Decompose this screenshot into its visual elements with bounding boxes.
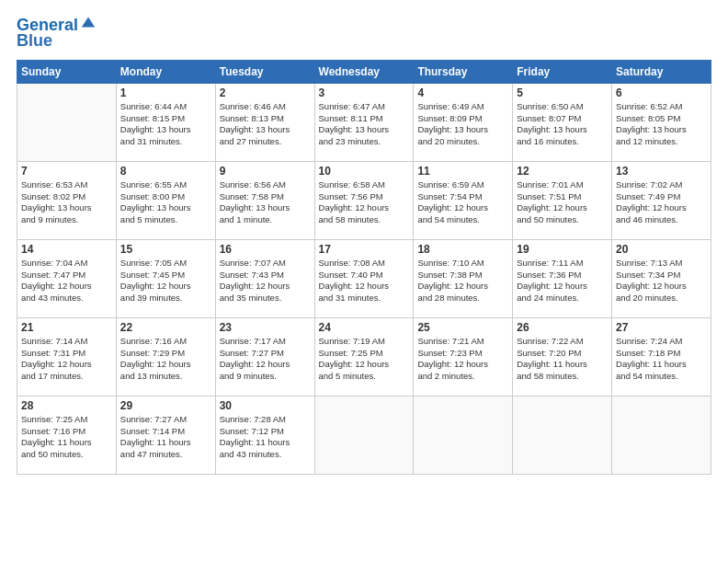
day-info: Sunrise: 7:22 AMSunset: 7:20 PMDaylight:… — [517, 336, 608, 383]
day-number: 18 — [417, 243, 508, 256]
day-number: 4 — [417, 86, 508, 99]
day-number: 9 — [220, 165, 311, 178]
day-info: Sunrise: 7:05 AMSunset: 7:45 PMDaylight:… — [120, 258, 211, 304]
calendar-cell: 14Sunrise: 7:04 AMSunset: 7:47 PMDayligh… — [17, 239, 117, 317]
day-number: 6 — [616, 86, 707, 99]
calendar-cell: 28Sunrise: 7:25 AMSunset: 7:16 PMDayligh… — [17, 396, 117, 474]
calendar-cell: 15Sunrise: 7:05 AMSunset: 7:45 PMDayligh… — [116, 239, 215, 317]
calendar-cell: 30Sunrise: 7:28 AMSunset: 7:12 PMDayligh… — [215, 396, 314, 474]
day-number: 17 — [319, 243, 410, 256]
day-number: 30 — [220, 399, 311, 412]
calendar-cell: 6Sunrise: 6:52 AMSunset: 8:05 PMDaylight… — [612, 83, 711, 161]
logo-icon — [80, 14, 97, 30]
calendar-cell: 4Sunrise: 6:49 AMSunset: 8:09 PMDaylight… — [414, 83, 513, 161]
calendar-week-row: 21Sunrise: 7:14 AMSunset: 7:31 PMDayligh… — [17, 317, 711, 396]
calendar: SundayMondayTuesdayWednesdayThursdayFrid… — [17, 60, 711, 475]
calendar-cell: 27Sunrise: 7:24 AMSunset: 7:18 PMDayligh… — [612, 317, 711, 396]
calendar-cell: 23Sunrise: 7:17 AMSunset: 7:27 PMDayligh… — [215, 317, 314, 396]
day-info: Sunrise: 7:10 AMSunset: 7:38 PMDaylight:… — [417, 258, 508, 304]
weekday-header: Saturday — [612, 60, 711, 83]
day-number: 15 — [120, 243, 211, 256]
calendar-cell: 9Sunrise: 6:56 AMSunset: 7:58 PMDaylight… — [215, 161, 314, 239]
calendar-cell: 20Sunrise: 7:13 AMSunset: 7:34 PMDayligh… — [612, 239, 711, 317]
day-info: Sunrise: 7:01 AMSunset: 7:51 PMDaylight:… — [517, 179, 608, 226]
day-info: Sunrise: 7:25 AMSunset: 7:16 PMDaylight:… — [21, 414, 112, 461]
calendar-cell — [612, 396, 711, 474]
day-info: Sunrise: 6:49 AMSunset: 8:09 PMDaylight:… — [417, 101, 508, 148]
calendar-week-row: 28Sunrise: 7:25 AMSunset: 7:16 PMDayligh… — [17, 396, 711, 474]
day-info: Sunrise: 7:17 AMSunset: 7:27 PMDaylight:… — [220, 336, 311, 383]
day-number: 12 — [517, 165, 608, 178]
weekday-header: Friday — [513, 60, 612, 83]
day-info: Sunrise: 7:02 AMSunset: 7:49 PMDaylight:… — [616, 179, 707, 226]
logo: General Blue — [17, 17, 97, 51]
calendar-week-row: 1Sunrise: 6:44 AMSunset: 8:15 PMDaylight… — [17, 83, 711, 161]
weekday-header: Wednesday — [314, 60, 414, 83]
day-info: Sunrise: 7:28 AMSunset: 7:12 PMDaylight:… — [220, 414, 311, 461]
day-number: 24 — [319, 321, 410, 334]
svg-marker-0 — [82, 17, 95, 27]
day-info: Sunrise: 7:21 AMSunset: 7:23 PMDaylight:… — [417, 336, 508, 383]
day-number: 1 — [120, 86, 211, 99]
day-info: Sunrise: 6:58 AMSunset: 7:56 PMDaylight:… — [319, 179, 410, 226]
day-info: Sunrise: 6:52 AMSunset: 8:05 PMDaylight:… — [616, 101, 707, 148]
day-info: Sunrise: 7:19 AMSunset: 7:25 PMDaylight:… — [319, 336, 410, 383]
calendar-cell: 26Sunrise: 7:22 AMSunset: 7:20 PMDayligh… — [513, 317, 612, 396]
day-number: 21 — [21, 321, 112, 334]
day-info: Sunrise: 7:07 AMSunset: 7:43 PMDaylight:… — [220, 258, 311, 304]
calendar-cell: 18Sunrise: 7:10 AMSunset: 7:38 PMDayligh… — [414, 239, 513, 317]
day-info: Sunrise: 7:27 AMSunset: 7:14 PMDaylight:… — [120, 414, 211, 461]
day-number: 3 — [319, 86, 410, 99]
day-info: Sunrise: 6:53 AMSunset: 8:02 PMDaylight:… — [21, 179, 112, 226]
day-number: 2 — [220, 86, 311, 99]
day-number: 22 — [120, 321, 211, 334]
calendar-cell: 25Sunrise: 7:21 AMSunset: 7:23 PMDayligh… — [414, 317, 513, 396]
calendar-cell: 1Sunrise: 6:44 AMSunset: 8:15 PMDaylight… — [116, 83, 215, 161]
day-number: 13 — [616, 165, 707, 178]
day-info: Sunrise: 6:50 AMSunset: 8:07 PMDaylight:… — [517, 101, 608, 148]
weekday-header: Tuesday — [215, 60, 314, 83]
day-info: Sunrise: 7:16 AMSunset: 7:29 PMDaylight:… — [120, 336, 211, 383]
calendar-cell: 21Sunrise: 7:14 AMSunset: 7:31 PMDayligh… — [17, 317, 117, 396]
day-info: Sunrise: 7:04 AMSunset: 7:47 PMDaylight:… — [21, 258, 112, 304]
day-number: 16 — [220, 243, 311, 256]
day-info: Sunrise: 6:46 AMSunset: 8:13 PMDaylight:… — [220, 101, 311, 148]
calendar-cell: 10Sunrise: 6:58 AMSunset: 7:56 PMDayligh… — [314, 161, 414, 239]
day-info: Sunrise: 7:08 AMSunset: 7:40 PMDaylight:… — [319, 258, 410, 304]
weekday-header: Monday — [116, 60, 215, 83]
day-info: Sunrise: 6:56 AMSunset: 7:58 PMDaylight:… — [220, 179, 311, 226]
calendar-cell: 16Sunrise: 7:07 AMSunset: 7:43 PMDayligh… — [215, 239, 314, 317]
weekday-header: Sunday — [17, 60, 117, 83]
day-number: 26 — [517, 321, 608, 334]
calendar-week-row: 14Sunrise: 7:04 AMSunset: 7:47 PMDayligh… — [17, 239, 711, 317]
day-info: Sunrise: 7:13 AMSunset: 7:34 PMDaylight:… — [616, 258, 707, 304]
calendar-header-row: SundayMondayTuesdayWednesdayThursdayFrid… — [17, 60, 711, 83]
calendar-cell — [17, 83, 117, 161]
day-number: 8 — [120, 165, 211, 178]
calendar-cell: 5Sunrise: 6:50 AMSunset: 8:07 PMDaylight… — [513, 83, 612, 161]
day-info: Sunrise: 7:14 AMSunset: 7:31 PMDaylight:… — [21, 336, 112, 383]
calendar-cell: 19Sunrise: 7:11 AMSunset: 7:36 PMDayligh… — [513, 239, 612, 317]
day-number: 25 — [417, 321, 508, 334]
day-info: Sunrise: 6:59 AMSunset: 7:54 PMDaylight:… — [417, 179, 508, 226]
day-number: 20 — [616, 243, 707, 256]
day-info: Sunrise: 6:55 AMSunset: 8:00 PMDaylight:… — [120, 179, 211, 226]
day-number: 11 — [417, 165, 508, 178]
calendar-week-row: 7Sunrise: 6:53 AMSunset: 8:02 PMDaylight… — [17, 161, 711, 239]
weekday-header: Thursday — [414, 60, 513, 83]
page: General Blue SundayMondayTuesdayWednesda… — [0, 0, 728, 563]
calendar-cell — [314, 396, 414, 474]
day-number: 19 — [517, 243, 608, 256]
calendar-cell: 29Sunrise: 7:27 AMSunset: 7:14 PMDayligh… — [116, 396, 215, 474]
calendar-cell: 11Sunrise: 6:59 AMSunset: 7:54 PMDayligh… — [414, 161, 513, 239]
calendar-cell: 2Sunrise: 6:46 AMSunset: 8:13 PMDaylight… — [215, 83, 314, 161]
calendar-cell: 12Sunrise: 7:01 AMSunset: 7:51 PMDayligh… — [513, 161, 612, 239]
day-number: 28 — [21, 399, 112, 412]
calendar-cell: 24Sunrise: 7:19 AMSunset: 7:25 PMDayligh… — [314, 317, 414, 396]
calendar-cell — [513, 396, 612, 474]
day-number: 14 — [21, 243, 112, 256]
calendar-cell — [414, 396, 513, 474]
calendar-cell: 22Sunrise: 7:16 AMSunset: 7:29 PMDayligh… — [116, 317, 215, 396]
day-number: 23 — [220, 321, 311, 334]
day-number: 7 — [21, 165, 112, 178]
